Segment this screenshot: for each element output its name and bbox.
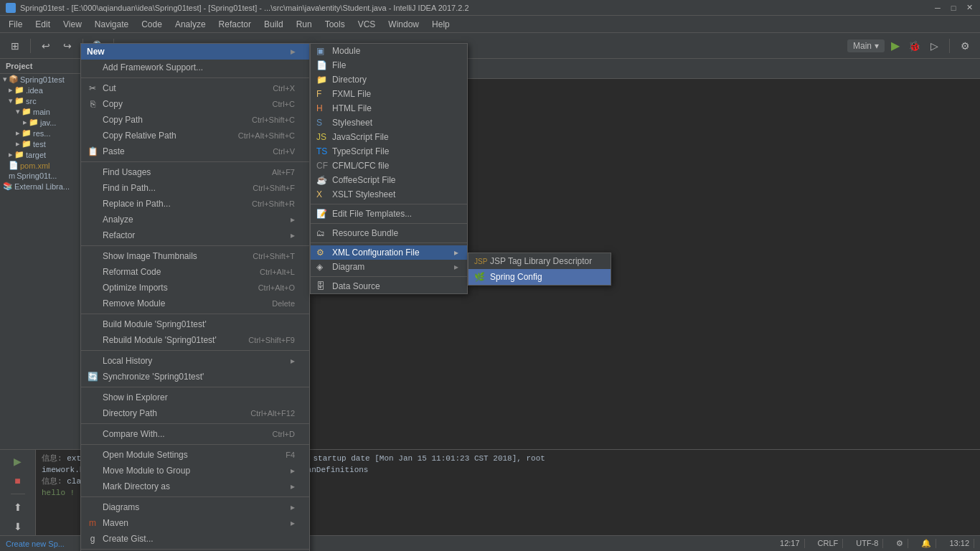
- new-resource-bundle[interactable]: 🗂 Resource Bundle: [311, 226, 467, 240]
- close-button[interactable]: ✕: [964, 3, 974, 13]
- encoding[interactable]: UTF-8: [852, 539, 883, 548]
- ctx-copy-path[interactable]: Copy Path Ctrl+Shift+C: [81, 112, 309, 128]
- coverage-btn[interactable]: ▷: [925, 37, 943, 55]
- tree-res[interactable]: ▸ 📁 res...: [0, 128, 82, 138]
- toolbar-settings-btn[interactable]: ⚙: [956, 37, 974, 55]
- tree-java[interactable]: ▸ 📁 jav...: [0, 117, 82, 128]
- ctx-local-history[interactable]: Local History ▸: [81, 353, 309, 369]
- bottom-stop-btn[interactable]: ■: [9, 473, 27, 490]
- bottom-scroll-down-btn[interactable]: ⬇: [9, 519, 27, 536]
- menu-tools[interactable]: Tools: [319, 18, 351, 31]
- bottom-scroll-btn[interactable]: ⬆: [9, 499, 27, 516]
- css-icon: S: [316, 118, 322, 128]
- toolbar-undo-btn[interactable]: ↩: [37, 37, 55, 55]
- run-button[interactable]: ▶: [887, 38, 903, 54]
- menu-build[interactable]: Build: [258, 18, 289, 31]
- ctx-copy-rel[interactable]: Copy Relative Path Ctrl+Alt+Shift+C: [81, 128, 309, 143]
- new-xml-config[interactable]: ⚙ XML Configuration File ▸: [311, 245, 467, 260]
- ctx-show-explorer[interactable]: Show in Explorer: [81, 390, 309, 405]
- ctx-build-module[interactable]: Build Module 'Spring01test': [81, 316, 309, 332]
- xml-spring-config[interactable]: 🌿 Spring Config: [468, 269, 611, 285]
- menu-file[interactable]: File: [3, 18, 28, 31]
- new-data-source[interactable]: 🗄 Data Source: [311, 279, 467, 293]
- ctx-new[interactable]: New ▸: [81, 44, 309, 60]
- new-xslt[interactable]: X XSLT Stylesheet: [311, 187, 467, 202]
- ctx-dir-path[interactable]: Directory Path Ctrl+Alt+F12: [81, 405, 309, 421]
- ctx-mark-dir[interactable]: Mark Directory as ▸: [81, 479, 309, 494]
- new-ts[interactable]: TS TypeScript File: [311, 144, 467, 159]
- ctx-replace-in-path[interactable]: Replace in Path... Ctrl+Shift+R: [81, 196, 309, 212]
- toolbar-redo-btn[interactable]: ↪: [58, 37, 77, 55]
- ctx-reformat[interactable]: Reformat Code Ctrl+Alt+L: [81, 264, 309, 280]
- move-module-arrow-icon: ▸: [291, 466, 295, 476]
- menu-edit[interactable]: Edit: [29, 18, 56, 31]
- run-config[interactable]: Main ▾: [847, 39, 885, 52]
- ctx-analyze[interactable]: Analyze ▸: [81, 212, 309, 227]
- ctx-copy[interactable]: ⎘ Copy Ctrl+C: [81, 96, 309, 112]
- new-cfml[interactable]: CF CFML/CFC file: [311, 159, 467, 173]
- xml-jsp-tag[interactable]: JSP JSP Tag Library Descriptor: [468, 253, 611, 269]
- ctx-refactor[interactable]: Refactor ▸: [81, 227, 309, 243]
- new-fxml[interactable]: F FXML File: [311, 87, 467, 101]
- menu-vcs[interactable]: VCS: [352, 18, 382, 31]
- ctx-find-in-path[interactable]: Find in Path... Ctrl+Shift+F: [81, 180, 309, 196]
- bottom-play-btn[interactable]: ▶: [9, 453, 27, 470]
- new-stylesheet[interactable]: S Stylesheet: [311, 116, 467, 130]
- debug-button[interactable]: 🐞: [906, 38, 922, 54]
- ctx-compare-with[interactable]: Compare With... Ctrl+D: [81, 426, 309, 442]
- ctx-add-framework[interactable]: Add Framework Support...: [81, 60, 309, 75]
- settings-icon[interactable]: ⚙: [892, 539, 908, 548]
- menu-refactor[interactable]: Refactor: [213, 18, 257, 31]
- menu-code[interactable]: Code: [136, 18, 168, 31]
- ctx-open-module-settings[interactable]: Open Module Settings F4: [81, 447, 309, 463]
- ctx-rebuild-module[interactable]: Rebuild Module 'Spring01test' Ctrl+Shift…: [81, 332, 309, 348]
- tree-target[interactable]: ▸ 📁 target: [0, 149, 82, 160]
- ctx-move-module[interactable]: Move Module to Group ▸: [81, 463, 309, 479]
- tree-ext-lib[interactable]: 📚 External Libra...: [0, 181, 82, 192]
- paste-shortcut: Ctrl+V: [258, 147, 295, 156]
- tree-spring01t[interactable]: m Spring01t...: [0, 171, 82, 181]
- ctx-synchronize[interactable]: 🔄 Synchronize 'Spring01test': [81, 369, 309, 385]
- new-diagram[interactable]: ◈ Diagram ▸: [311, 260, 467, 274]
- new-coffeescript[interactable]: ☕ CoffeeScript File: [311, 173, 467, 187]
- notification-icon[interactable]: 🔔: [917, 539, 936, 548]
- toolbar-layout-btn[interactable]: ⊞: [6, 37, 24, 55]
- new-module[interactable]: ▣ Module: [311, 44, 467, 58]
- ctx-show-thumbnails[interactable]: Show Image Thumbnails Ctrl+Shift+T: [81, 248, 309, 264]
- ctx-remove-module[interactable]: Remove Module Delete: [81, 296, 309, 311]
- tree-src[interactable]: ▾ 📁 src: [0, 95, 82, 106]
- ctx-cut[interactable]: ✂ Cut Ctrl+X: [81, 80, 309, 96]
- ctx-div9: [81, 496, 309, 497]
- ctx-diagrams[interactable]: Diagrams ▸: [81, 499, 309, 515]
- menu-navigate[interactable]: Navigate: [89, 18, 134, 31]
- cursor-position[interactable]: 12:17: [776, 539, 805, 548]
- ctx-paste[interactable]: 📋 Paste Ctrl+V: [81, 143, 309, 159]
- paste-icon: 📋: [87, 146, 98, 157]
- tree-main[interactable]: ▾ 📁 main: [0, 106, 82, 117]
- new-js[interactable]: JS JavaScript File: [311, 130, 467, 144]
- tree-root[interactable]: ▾ 📦 Spring01test: [0, 74, 82, 85]
- tree-pom[interactable]: 📄 pom.xml: [0, 160, 82, 171]
- menu-analyze[interactable]: Analyze: [169, 18, 212, 31]
- minimize-button[interactable]: ─: [933, 3, 943, 13]
- maximize-button[interactable]: □: [948, 3, 958, 13]
- menu-view[interactable]: View: [57, 18, 88, 31]
- new-html[interactable]: H HTML File: [311, 101, 467, 116]
- ctx-maven[interactable]: m Maven ▸: [81, 515, 309, 531]
- menu-help[interactable]: Help: [426, 18, 456, 31]
- menu-window[interactable]: Window: [382, 18, 425, 31]
- tree-idea[interactable]: ▸ 📁 .idea: [0, 85, 82, 95]
- ctx-optimize[interactable]: Optimize Imports Ctrl+Alt+O: [81, 280, 309, 296]
- tree-test[interactable]: ▸ 📁 test: [0, 138, 82, 149]
- new-sub-div1: [311, 204, 467, 204]
- new-directory[interactable]: 📁 Directory: [311, 72, 467, 87]
- refactor-label: Refactor: [103, 230, 135, 240]
- compare-shortcut: Ctrl+D: [258, 430, 295, 438]
- show-explorer-label: Show in Explorer: [103, 392, 168, 402]
- ctx-find-usages[interactable]: Find Usages Alt+F7: [81, 164, 309, 180]
- menu-run[interactable]: Run: [291, 18, 318, 31]
- new-edit-templates[interactable]: 📝 Edit File Templates...: [311, 207, 467, 221]
- ctx-create-gist[interactable]: g Create Gist...: [81, 531, 309, 547]
- line-separator[interactable]: CRLF: [814, 539, 844, 548]
- new-file[interactable]: 📄 File: [311, 58, 467, 72]
